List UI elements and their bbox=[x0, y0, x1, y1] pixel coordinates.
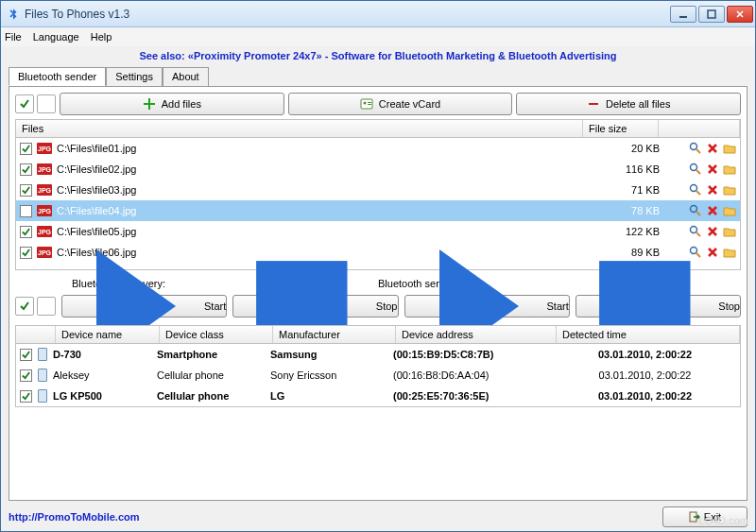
devices-list[interactable]: D-730SmartphoneSamsung(00:15:B9:D5:C8:7B… bbox=[15, 344, 741, 407]
tabs: Bluetooth sender Settings About bbox=[1, 67, 755, 86]
discovery-start-button[interactable]: Start bbox=[61, 295, 227, 317]
device-address: (00:15:B9:D5:C8:7B) bbox=[393, 349, 554, 360]
exit-button[interactable]: Exit bbox=[662, 506, 747, 527]
promo-link[interactable]: http://PromoToMobile.com bbox=[9, 511, 140, 523]
file-row[interactable]: JPGC:\Files\file03.jpg71 KB bbox=[16, 180, 740, 200]
file-path: C:\Files\file01.jpg bbox=[57, 143, 604, 154]
delete-icon[interactable] bbox=[706, 225, 719, 238]
svg-point-11 bbox=[691, 227, 697, 233]
file-row[interactable]: JPGC:\Files\file01.jpg20 KB bbox=[16, 138, 740, 159]
col-device-name[interactable]: Device name bbox=[56, 326, 160, 343]
file-size: 20 KB bbox=[609, 143, 665, 154]
add-files-button[interactable]: Add files bbox=[60, 93, 284, 115]
minimize-button[interactable] bbox=[670, 6, 696, 23]
file-checkbox[interactable] bbox=[20, 163, 32, 176]
select-all-files-checkbox[interactable] bbox=[15, 94, 34, 113]
exit-label: Exit bbox=[704, 511, 721, 523]
svg-point-3 bbox=[363, 102, 366, 105]
folder-icon[interactable] bbox=[723, 142, 736, 155]
deselect-all-devices-checkbox[interactable] bbox=[37, 297, 56, 316]
device-checkbox[interactable] bbox=[20, 390, 32, 403]
jpg-icon: JPG bbox=[37, 205, 52, 216]
devices-list-header: Device name Device class Manufacturer De… bbox=[15, 325, 741, 344]
col-device-address[interactable]: Device address bbox=[396, 326, 557, 343]
magnify-icon[interactable] bbox=[689, 142, 702, 155]
col-file-size[interactable]: File size bbox=[583, 120, 659, 137]
device-row[interactable]: D-730SmartphoneSamsung(00:15:B9:D5:C8:7B… bbox=[16, 344, 740, 365]
vcard-icon bbox=[360, 97, 373, 111]
file-path: C:\Files\file03.jpg bbox=[57, 184, 604, 196]
folder-icon[interactable] bbox=[723, 163, 736, 176]
files-list-header: Files File size bbox=[15, 119, 741, 138]
delete-icon[interactable] bbox=[706, 163, 719, 176]
banner: See also: «Proximity Promoter 24x7» - So… bbox=[1, 46, 755, 65]
select-all-devices-checkbox[interactable] bbox=[15, 297, 34, 316]
file-checkbox[interactable] bbox=[20, 226, 32, 238]
file-row[interactable]: JPGC:\Files\file04.jpg78 KB bbox=[16, 200, 740, 221]
device-checkbox[interactable] bbox=[20, 369, 32, 382]
files-toolbar: Add files Create vCard Delete all files bbox=[15, 93, 741, 115]
file-size: 78 KB bbox=[609, 205, 665, 216]
tab-about[interactable]: About bbox=[163, 67, 209, 86]
col-detected-time[interactable]: Detected time bbox=[557, 326, 740, 343]
delete-icon[interactable] bbox=[706, 204, 719, 217]
phone-icon bbox=[38, 348, 47, 361]
device-checkbox[interactable] bbox=[20, 349, 32, 361]
device-manufacturer: Samsung bbox=[270, 349, 393, 360]
device-row[interactable]: LG KP500Cellular phoneLG(00:25:E5:70:36:… bbox=[16, 386, 740, 406]
banner-link[interactable]: See also: «Proximity Promoter 24x7» - So… bbox=[139, 50, 616, 61]
col-device-class[interactable]: Device class bbox=[160, 326, 273, 343]
jpg-icon: JPG bbox=[37, 143, 52, 154]
menu-language[interactable]: Language bbox=[33, 31, 79, 43]
col-actions bbox=[659, 120, 740, 137]
magnify-icon[interactable] bbox=[689, 163, 702, 176]
menu-help[interactable]: Help bbox=[91, 31, 112, 43]
deselect-all-files-checkbox[interactable] bbox=[37, 94, 56, 113]
device-time: 03.01.2010, 2:00:22 bbox=[554, 349, 736, 360]
jpg-icon: JPG bbox=[37, 226, 52, 237]
file-checkbox[interactable] bbox=[20, 143, 32, 155]
folder-icon[interactable] bbox=[723, 246, 736, 259]
svg-rect-1 bbox=[708, 10, 715, 18]
discovery-toolbar: Start Stop Start Stop bbox=[15, 295, 741, 317]
magnify-icon[interactable] bbox=[689, 225, 702, 238]
delete-icon[interactable] bbox=[706, 183, 719, 197]
menu-file[interactable]: File bbox=[5, 31, 22, 43]
close-button[interactable] bbox=[727, 6, 753, 23]
tab-bluetooth-sender[interactable]: Bluetooth sender bbox=[9, 67, 106, 86]
bluetooth-icon bbox=[7, 8, 20, 21]
sender-start-button[interactable]: Start bbox=[404, 295, 570, 317]
magnify-icon[interactable] bbox=[689, 204, 702, 217]
discovery-start-label: Start bbox=[204, 300, 226, 312]
file-checkbox[interactable] bbox=[20, 184, 32, 197]
sender-stop-button[interactable]: Stop bbox=[576, 295, 741, 317]
folder-icon[interactable] bbox=[723, 183, 736, 197]
file-checkbox[interactable] bbox=[20, 247, 32, 259]
file-row[interactable]: JPGC:\Files\file02.jpg116 KB bbox=[16, 159, 740, 180]
device-row[interactable]: AlekseyCellular phoneSony Ericsson(00:16… bbox=[16, 365, 740, 386]
file-size: 122 KB bbox=[609, 226, 665, 237]
folder-icon[interactable] bbox=[723, 225, 736, 238]
delete-icon[interactable] bbox=[706, 142, 719, 155]
discovery-stop-button[interactable]: Stop bbox=[232, 295, 398, 317]
file-checkbox[interactable] bbox=[20, 205, 32, 217]
tab-settings[interactable]: Settings bbox=[106, 67, 163, 86]
app-window: Files To Phones v1.3 File Language Help … bbox=[0, 0, 756, 532]
create-vcard-button[interactable]: Create vCard bbox=[288, 93, 513, 115]
delete-all-files-button[interactable]: Delete all files bbox=[516, 93, 741, 115]
file-size: 116 KB bbox=[609, 163, 665, 175]
menubar: File Language Help bbox=[1, 27, 755, 46]
col-manufacturer[interactable]: Manufacturer bbox=[273, 326, 396, 343]
col-files[interactable]: Files bbox=[16, 120, 583, 137]
magnify-icon[interactable] bbox=[689, 183, 702, 197]
device-manufacturer: Sony Ericsson bbox=[270, 369, 393, 381]
create-vcard-label: Create vCard bbox=[379, 98, 440, 110]
device-manufacturer: LG bbox=[270, 390, 393, 402]
sender-stop-label: Stop bbox=[718, 300, 740, 312]
maximize-button[interactable] bbox=[698, 6, 725, 23]
plus-icon bbox=[143, 97, 156, 111]
folder-icon[interactable] bbox=[723, 204, 736, 217]
svg-point-10 bbox=[691, 206, 697, 213]
svg-point-9 bbox=[691, 185, 697, 192]
svg-rect-5 bbox=[368, 104, 371, 105]
